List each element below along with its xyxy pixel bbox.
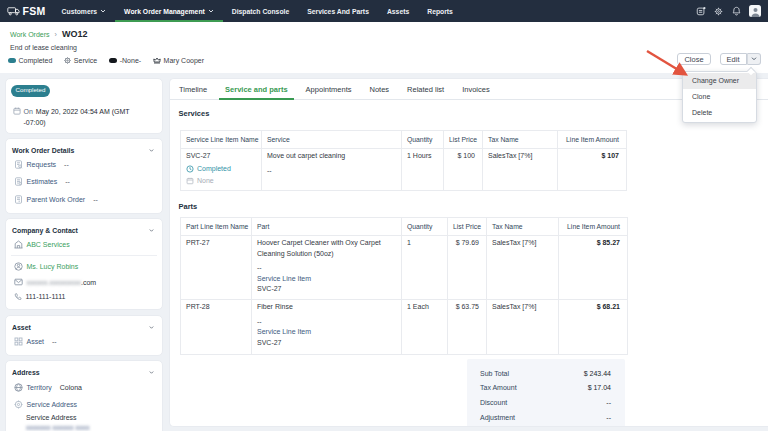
territory-item[interactable]: Territory Colona <box>11 378 157 395</box>
page: FSM Customers Work Order Management Disp… <box>0 0 768 431</box>
status-badge: Completed <box>11 85 50 97</box>
tab-related-list[interactable]: Related list <box>398 79 453 99</box>
sidebar: Completed On May 20, 2022 04:54 AM (GMT … <box>5 78 163 427</box>
work-order-doc-icon <box>14 195 23 204</box>
tab-appointments[interactable]: Appointments <box>297 79 361 99</box>
estimates-link[interactable]: Estimates <box>27 178 58 185</box>
nav-assets[interactable]: Assets <box>378 0 418 22</box>
service-address-link[interactable]: Service Address <box>27 401 78 408</box>
edit-more-button[interactable] <box>747 53 761 65</box>
edit-button[interactable]: Edit <box>720 53 747 65</box>
requests-link[interactable]: Requests <box>27 161 57 168</box>
discount-row: Discount -- <box>480 395 611 410</box>
parts-table: Part Line Item Name Part Quantity List P… <box>180 217 628 355</box>
asset-item[interactable]: Asset -- <box>11 333 157 350</box>
status-completed-icon <box>186 165 194 173</box>
gear-icon[interactable] <box>714 7 723 16</box>
service-line-item-value: SVC-27 <box>257 284 394 295</box>
tab-service-and-parts[interactable]: Service and parts <box>216 79 297 99</box>
calendar-icon <box>13 107 21 115</box>
bell-icon[interactable] <box>732 6 741 16</box>
asset-link[interactable]: Asset <box>27 338 45 345</box>
territory-link[interactable]: Territory <box>27 384 52 391</box>
nav-customers[interactable]: Customers <box>53 0 116 22</box>
service-amount: $ 107 <box>601 152 619 159</box>
scheduled-prefix: On <box>24 108 33 115</box>
status-label: Completed <box>197 164 231 175</box>
requests-value: -- <box>64 161 69 168</box>
collapse-chevron-icon[interactable] <box>149 326 154 329</box>
service-list-price: $ 100 <box>444 149 483 191</box>
service-line-item-name[interactable]: SVC-27 <box>186 151 254 162</box>
nav-services-and-parts[interactable]: Services And Parts <box>298 0 378 22</box>
adjustment-row: Adjustment -- <box>480 410 611 425</box>
collapse-chevron-icon[interactable] <box>149 371 154 374</box>
address-card: Address Territory Colona Service Address <box>5 360 163 431</box>
asset-value: -- <box>52 338 57 345</box>
announcement-icon[interactable] <box>696 6 706 16</box>
estimate-doc-icon <box>14 177 23 186</box>
service-line-item-label: Service Line Item <box>257 327 394 338</box>
menu-item-delete[interactable]: Delete <box>683 105 756 121</box>
part-line-item-name[interactable]: PRT-27 <box>181 236 252 300</box>
menu-item-change-owner[interactable]: Change Owner <box>683 73 756 89</box>
nav-dispatch-console[interactable]: Dispatch Console <box>223 0 298 22</box>
contact-link[interactable]: Ms. Lucy Robins <box>27 263 79 270</box>
tab-notes[interactable]: Notes <box>360 79 398 99</box>
service-address-item[interactable]: Service Address <box>11 396 157 413</box>
menu-item-clone[interactable]: Clone <box>683 89 756 105</box>
estimates-item[interactable]: Estimates -- <box>11 173 157 190</box>
card-header: Work Order Details <box>11 145 157 156</box>
services-table: Service Line Item Name Service Quantity … <box>180 130 627 191</box>
collapse-chevron-icon[interactable] <box>149 149 154 152</box>
parent-work-order-link[interactable]: Parent Work Order <box>27 196 86 203</box>
scheduled-time: On May 20, 2022 04:54 AM (GMT -07:00) <box>11 97 157 128</box>
part-sub: -- <box>257 263 394 274</box>
phone-icon <box>14 293 22 301</box>
breadcrumb-separator: › <box>55 31 57 38</box>
parent-work-order-item[interactable]: Parent Work Order -- <box>11 190 157 207</box>
record-actions: Close Edit <box>677 53 761 65</box>
request-doc-icon <box>14 160 23 169</box>
breadcrumb-work-orders[interactable]: Work Orders <box>10 31 50 38</box>
content: Completed On May 20, 2022 04:54 AM (GMT … <box>0 73 768 427</box>
nav-item-label: Dispatch Console <box>232 8 289 15</box>
territory-globe-icon <box>14 383 23 392</box>
brand[interactable]: FSM <box>7 0 46 22</box>
tab-invoices[interactable]: Invoices <box>453 79 499 99</box>
email-redacted: xxxxxx.xxxxxxxxx <box>27 279 81 286</box>
phone-item: 111-111-1111 <box>11 290 157 305</box>
nav-item-label: Customers <box>62 8 98 15</box>
tab-timeline[interactable]: Timeline <box>170 79 216 99</box>
requests-item[interactable]: Requests -- <box>11 156 157 173</box>
tax-amount-row: Tax Amount $ 17.04 <box>480 381 611 396</box>
adjustment-value: -- <box>606 414 611 421</box>
scheduled-datetime: May 20, 2022 04:54 AM (GMT -07:00) <box>24 108 130 126</box>
gear-icon <box>64 57 71 64</box>
part-amount: $ 68.21 <box>597 303 620 310</box>
services-heading: Services <box>179 109 768 118</box>
asset-card: Asset Asset -- <box>5 315 163 356</box>
top-navbar: FSM Customers Work Order Management Disp… <box>0 0 768 22</box>
close-button[interactable]: Close <box>677 53 711 65</box>
email-item: xxxxxx.xxxxxxxxx.com <box>11 275 157 290</box>
service-address-sub-label: Service Address <box>11 413 157 421</box>
avatar[interactable] <box>749 5 761 17</box>
service-name: Move out carpet cleaning <box>267 151 394 162</box>
part-amount: $ 85.27 <box>597 239 620 246</box>
part-line-item-name[interactable]: PRT-28 <box>181 300 252 355</box>
collapse-chevron-icon[interactable] <box>149 229 154 232</box>
part-row: PRT-28 Fiber Rinse -- Service Line Item … <box>181 300 628 355</box>
nav-work-order-management[interactable]: Work Order Management <box>115 0 223 22</box>
address-title: Address <box>12 369 40 376</box>
company-item[interactable]: ABC Services <box>11 236 157 252</box>
company-link[interactable]: ABC Services <box>27 241 70 248</box>
totals-summary: Sub Total $ 243.44 Tax Amount $ 17.04 Di… <box>467 359 625 427</box>
contact-item[interactable]: Ms. Lucy Robins <box>11 259 157 275</box>
work-order-details-title: Work Order Details <box>12 147 74 154</box>
part-list-price: $ 79.69 <box>448 236 487 300</box>
company-contact-title: Company & Contact <box>12 227 78 234</box>
nav-reports[interactable]: Reports <box>418 0 462 22</box>
subtotal-row: Sub Total $ 243.44 <box>480 366 611 381</box>
main-panel: Timeline Service and parts Appointments … <box>169 78 768 427</box>
